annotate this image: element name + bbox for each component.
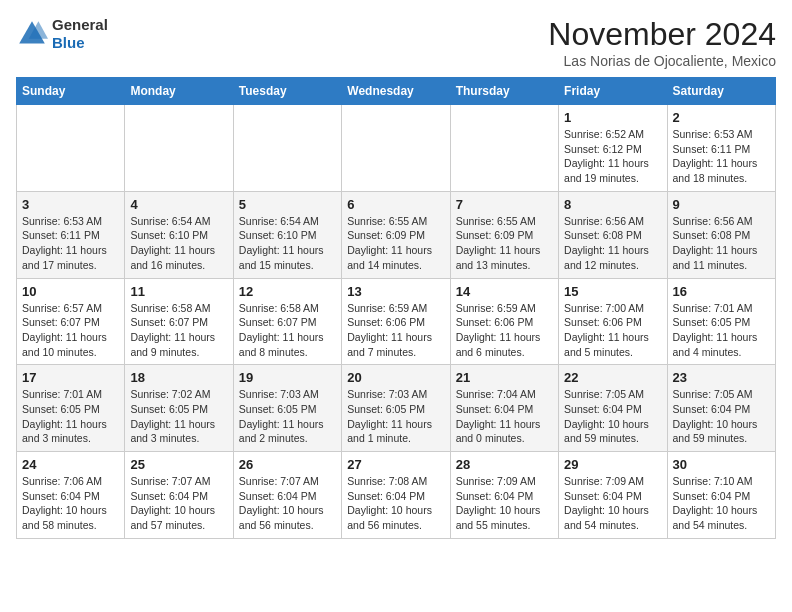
- day-info: Sunrise: 6:55 AM Sunset: 6:09 PM Dayligh…: [347, 214, 444, 273]
- weekday-header: Monday: [125, 78, 233, 105]
- calendar-cell: 14Sunrise: 6:59 AM Sunset: 6:06 PM Dayli…: [450, 278, 558, 365]
- calendar-cell: 25Sunrise: 7:07 AM Sunset: 6:04 PM Dayli…: [125, 452, 233, 539]
- calendar-cell: 5Sunrise: 6:54 AM Sunset: 6:10 PM Daylig…: [233, 191, 341, 278]
- month-title: November 2024: [548, 16, 776, 53]
- day-info: Sunrise: 7:05 AM Sunset: 6:04 PM Dayligh…: [564, 387, 661, 446]
- calendar-cell: [125, 105, 233, 192]
- day-number: 12: [239, 284, 336, 299]
- day-number: 1: [564, 110, 661, 125]
- page-header: General Blue November 2024 Las Norias de…: [16, 16, 776, 69]
- calendar-cell: 7Sunrise: 6:55 AM Sunset: 6:09 PM Daylig…: [450, 191, 558, 278]
- weekday-header: Wednesday: [342, 78, 450, 105]
- day-info: Sunrise: 6:56 AM Sunset: 6:08 PM Dayligh…: [564, 214, 661, 273]
- day-number: 10: [22, 284, 119, 299]
- day-info: Sunrise: 7:07 AM Sunset: 6:04 PM Dayligh…: [239, 474, 336, 533]
- day-info: Sunrise: 6:59 AM Sunset: 6:06 PM Dayligh…: [347, 301, 444, 360]
- calendar-week-row: 24Sunrise: 7:06 AM Sunset: 6:04 PM Dayli…: [17, 452, 776, 539]
- calendar-cell: 28Sunrise: 7:09 AM Sunset: 6:04 PM Dayli…: [450, 452, 558, 539]
- day-number: 22: [564, 370, 661, 385]
- day-info: Sunrise: 7:00 AM Sunset: 6:06 PM Dayligh…: [564, 301, 661, 360]
- location: Las Norias de Ojocaliente, Mexico: [548, 53, 776, 69]
- calendar-cell: 20Sunrise: 7:03 AM Sunset: 6:05 PM Dayli…: [342, 365, 450, 452]
- calendar-cell: 12Sunrise: 6:58 AM Sunset: 6:07 PM Dayli…: [233, 278, 341, 365]
- day-number: 20: [347, 370, 444, 385]
- day-number: 15: [564, 284, 661, 299]
- day-number: 14: [456, 284, 553, 299]
- calendar-cell: 29Sunrise: 7:09 AM Sunset: 6:04 PM Dayli…: [559, 452, 667, 539]
- day-info: Sunrise: 6:53 AM Sunset: 6:11 PM Dayligh…: [673, 127, 770, 186]
- day-info: Sunrise: 7:01 AM Sunset: 6:05 PM Dayligh…: [673, 301, 770, 360]
- day-number: 5: [239, 197, 336, 212]
- day-info: Sunrise: 7:10 AM Sunset: 6:04 PM Dayligh…: [673, 474, 770, 533]
- calendar-week-row: 3Sunrise: 6:53 AM Sunset: 6:11 PM Daylig…: [17, 191, 776, 278]
- day-info: Sunrise: 6:53 AM Sunset: 6:11 PM Dayligh…: [22, 214, 119, 273]
- day-number: 26: [239, 457, 336, 472]
- day-info: Sunrise: 6:54 AM Sunset: 6:10 PM Dayligh…: [130, 214, 227, 273]
- day-info: Sunrise: 6:56 AM Sunset: 6:08 PM Dayligh…: [673, 214, 770, 273]
- day-info: Sunrise: 7:03 AM Sunset: 6:05 PM Dayligh…: [239, 387, 336, 446]
- day-number: 30: [673, 457, 770, 472]
- calendar-cell: [450, 105, 558, 192]
- day-number: 7: [456, 197, 553, 212]
- day-number: 8: [564, 197, 661, 212]
- day-number: 21: [456, 370, 553, 385]
- day-number: 6: [347, 197, 444, 212]
- day-number: 11: [130, 284, 227, 299]
- day-number: 2: [673, 110, 770, 125]
- day-number: 29: [564, 457, 661, 472]
- calendar-cell: 3Sunrise: 6:53 AM Sunset: 6:11 PM Daylig…: [17, 191, 125, 278]
- calendar-cell: 16Sunrise: 7:01 AM Sunset: 6:05 PM Dayli…: [667, 278, 775, 365]
- calendar-week-row: 1Sunrise: 6:52 AM Sunset: 6:12 PM Daylig…: [17, 105, 776, 192]
- calendar-cell: 18Sunrise: 7:02 AM Sunset: 6:05 PM Dayli…: [125, 365, 233, 452]
- calendar-cell: 26Sunrise: 7:07 AM Sunset: 6:04 PM Dayli…: [233, 452, 341, 539]
- calendar-cell: 22Sunrise: 7:05 AM Sunset: 6:04 PM Dayli…: [559, 365, 667, 452]
- weekday-header: Friday: [559, 78, 667, 105]
- calendar-cell: 4Sunrise: 6:54 AM Sunset: 6:10 PM Daylig…: [125, 191, 233, 278]
- calendar-cell: 6Sunrise: 6:55 AM Sunset: 6:09 PM Daylig…: [342, 191, 450, 278]
- weekday-header-row: SundayMondayTuesdayWednesdayThursdayFrid…: [17, 78, 776, 105]
- calendar-cell: 10Sunrise: 6:57 AM Sunset: 6:07 PM Dayli…: [17, 278, 125, 365]
- day-info: Sunrise: 6:58 AM Sunset: 6:07 PM Dayligh…: [239, 301, 336, 360]
- day-number: 17: [22, 370, 119, 385]
- calendar-cell: [342, 105, 450, 192]
- calendar-cell: 27Sunrise: 7:08 AM Sunset: 6:04 PM Dayli…: [342, 452, 450, 539]
- day-info: Sunrise: 7:08 AM Sunset: 6:04 PM Dayligh…: [347, 474, 444, 533]
- day-info: Sunrise: 7:07 AM Sunset: 6:04 PM Dayligh…: [130, 474, 227, 533]
- day-number: 16: [673, 284, 770, 299]
- day-number: 18: [130, 370, 227, 385]
- logo-text: General Blue: [52, 16, 108, 52]
- calendar-cell: 17Sunrise: 7:01 AM Sunset: 6:05 PM Dayli…: [17, 365, 125, 452]
- calendar-table: SundayMondayTuesdayWednesdayThursdayFrid…: [16, 77, 776, 539]
- calendar-week-row: 10Sunrise: 6:57 AM Sunset: 6:07 PM Dayli…: [17, 278, 776, 365]
- day-info: Sunrise: 7:06 AM Sunset: 6:04 PM Dayligh…: [22, 474, 119, 533]
- calendar-cell: 30Sunrise: 7:10 AM Sunset: 6:04 PM Dayli…: [667, 452, 775, 539]
- day-number: 23: [673, 370, 770, 385]
- day-info: Sunrise: 7:01 AM Sunset: 6:05 PM Dayligh…: [22, 387, 119, 446]
- logo-icon: [16, 18, 48, 50]
- calendar-cell: 13Sunrise: 6:59 AM Sunset: 6:06 PM Dayli…: [342, 278, 450, 365]
- day-number: 28: [456, 457, 553, 472]
- calendar-cell: 23Sunrise: 7:05 AM Sunset: 6:04 PM Dayli…: [667, 365, 775, 452]
- day-number: 24: [22, 457, 119, 472]
- calendar-cell: 8Sunrise: 6:56 AM Sunset: 6:08 PM Daylig…: [559, 191, 667, 278]
- calendar-cell: 21Sunrise: 7:04 AM Sunset: 6:04 PM Dayli…: [450, 365, 558, 452]
- calendar-cell: 2Sunrise: 6:53 AM Sunset: 6:11 PM Daylig…: [667, 105, 775, 192]
- calendar-cell: 24Sunrise: 7:06 AM Sunset: 6:04 PM Dayli…: [17, 452, 125, 539]
- day-number: 4: [130, 197, 227, 212]
- day-info: Sunrise: 6:57 AM Sunset: 6:07 PM Dayligh…: [22, 301, 119, 360]
- calendar-week-row: 17Sunrise: 7:01 AM Sunset: 6:05 PM Dayli…: [17, 365, 776, 452]
- calendar-cell: 9Sunrise: 6:56 AM Sunset: 6:08 PM Daylig…: [667, 191, 775, 278]
- day-number: 13: [347, 284, 444, 299]
- weekday-header: Tuesday: [233, 78, 341, 105]
- day-number: 25: [130, 457, 227, 472]
- calendar-cell: 1Sunrise: 6:52 AM Sunset: 6:12 PM Daylig…: [559, 105, 667, 192]
- day-info: Sunrise: 6:59 AM Sunset: 6:06 PM Dayligh…: [456, 301, 553, 360]
- day-info: Sunrise: 7:03 AM Sunset: 6:05 PM Dayligh…: [347, 387, 444, 446]
- weekday-header: Saturday: [667, 78, 775, 105]
- day-info: Sunrise: 7:05 AM Sunset: 6:04 PM Dayligh…: [673, 387, 770, 446]
- day-info: Sunrise: 6:52 AM Sunset: 6:12 PM Dayligh…: [564, 127, 661, 186]
- weekday-header: Thursday: [450, 78, 558, 105]
- day-number: 3: [22, 197, 119, 212]
- calendar-cell: 15Sunrise: 7:00 AM Sunset: 6:06 PM Dayli…: [559, 278, 667, 365]
- day-number: 9: [673, 197, 770, 212]
